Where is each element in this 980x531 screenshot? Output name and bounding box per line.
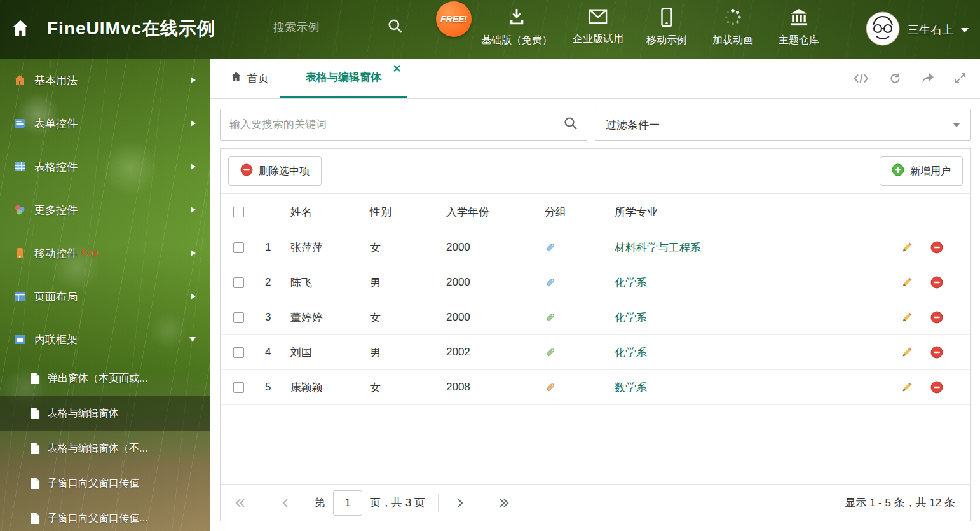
major-link[interactable]: 化学系 (615, 277, 647, 289)
search-icon[interactable] (564, 116, 578, 133)
user-menu[interactable]: 三生石上 (866, 11, 969, 48)
sidebar-item-mobile-controls[interactable]: 移动控件 Corp. (0, 231, 210, 275)
header-search-input[interactable] (273, 21, 362, 34)
file-icon (31, 478, 40, 490)
tab-home[interactable]: 首页 (219, 59, 280, 98)
tag-icon[interactable] (545, 242, 555, 253)
chevron-right-icon (191, 120, 196, 127)
refresh-icon[interactable] (889, 72, 901, 85)
share-icon[interactable] (922, 72, 934, 84)
major-link[interactable]: 化学系 (615, 347, 647, 359)
major-link[interactable]: 材料科学与工程系 (615, 242, 701, 254)
chevron-down-icon (189, 337, 196, 342)
row-checkbox[interactable] (233, 382, 244, 393)
last-page-icon[interactable] (498, 498, 510, 508)
select-all-checkbox[interactable] (233, 207, 244, 217)
search-icon[interactable] (388, 18, 403, 36)
mail-icon (589, 8, 608, 28)
page-prefix: 第 (315, 495, 325, 510)
edit-icon[interactable] (901, 242, 913, 254)
first-page-icon[interactable] (235, 498, 246, 508)
home-icon[interactable] (10, 19, 31, 39)
filter-dropdown[interactable]: 过滤条件一 (595, 109, 971, 141)
edit-icon[interactable] (901, 382, 913, 394)
nav-label: 移动示例 (646, 34, 687, 47)
column-header-group: 分组 (545, 205, 615, 219)
tag-icon[interactable] (545, 347, 555, 358)
sidebar-subitem-grid-edit-window[interactable]: 表格与编辑窗体 (0, 396, 210, 431)
table-row: 1 张萍萍 女 2000 材料科学与工程系 (221, 230, 970, 265)
delete-icon[interactable] (930, 311, 943, 324)
table-icon (14, 161, 25, 172)
tag-icon[interactable] (545, 312, 555, 323)
page-number-input[interactable] (333, 490, 362, 516)
source-code-icon[interactable] (854, 73, 869, 84)
nav-item-theme-store[interactable]: 主题仓库 (776, 8, 822, 47)
header-nav: 基础版（免费） 企业版试用 移动示例 加载动画 主题仓库 (481, 8, 822, 47)
nav-item-loading-animation[interactable]: 加载动画 (710, 8, 756, 47)
sidebar-item-form-controls[interactable]: 表单控件 (0, 102, 210, 145)
tag-icon[interactable] (545, 277, 555, 288)
plus-circle-icon (892, 163, 904, 179)
sidebar-subitem-grid-edit-window-2[interactable]: 表格与编辑窗体（不... (0, 431, 210, 466)
sidebar-item-label: 基本用法 (34, 73, 78, 88)
major-link[interactable]: 化学系 (615, 312, 647, 324)
nav-label: 加载动画 (712, 34, 753, 47)
file-icon (31, 443, 40, 455)
delete-selected-button[interactable]: 删除选中项 (228, 156, 322, 186)
sidebar-item-iframe[interactable]: 内联框架 (0, 318, 210, 361)
row-checkbox[interactable] (233, 242, 244, 253)
keyword-search-input[interactable] (229, 118, 564, 131)
sidebar-subitem-popup-window[interactable]: 弹出窗体（本页面或... (0, 361, 210, 396)
tab-grid-edit-window[interactable]: 表格与编辑窗体 (280, 59, 407, 98)
nav-item-mobile-demo[interactable]: 移动示例 (644, 8, 690, 47)
tab-label: 首页 (247, 71, 269, 86)
tag-icon[interactable] (545, 382, 555, 393)
row-checkbox[interactable] (233, 312, 244, 323)
delete-icon[interactable] (930, 276, 943, 289)
filter-dropdown-value: 过滤条件一 (606, 118, 660, 132)
delete-icon[interactable] (930, 381, 943, 394)
previous-page-icon[interactable] (282, 498, 289, 508)
sidebar-subitem-child-to-parent-2[interactable]: 子窗口向父窗口传值... (0, 501, 210, 531)
cell-name: 董婷婷 (290, 310, 370, 325)
header: FineUIMvc在线示例 FREE! 基础版（免费） 企业版试用 移动示例 加… (0, 0, 980, 59)
app-title: FineUIMvc在线示例 (47, 17, 215, 41)
chevron-right-icon (191, 163, 196, 170)
edit-icon[interactable] (901, 347, 913, 359)
tab-label: 表格与编辑窗体 (306, 70, 381, 85)
sidebar-item-table-controls[interactable]: 表格控件 (0, 145, 210, 188)
delete-icon[interactable] (930, 241, 943, 254)
expand-icon[interactable] (955, 72, 966, 84)
sidebar-subitem-child-to-parent[interactable]: 子窗口向父窗口传值 (0, 466, 210, 501)
home-icon (230, 71, 242, 85)
close-icon[interactable] (393, 65, 400, 72)
sidebar-item-more-controls[interactable]: 更多控件 (0, 188, 210, 231)
cell-gender: 男 (370, 275, 446, 290)
cell-year: 2000 (446, 311, 545, 324)
row-index: 3 (265, 311, 290, 324)
row-checkbox[interactable] (233, 277, 244, 288)
nav-item-basic-edition[interactable]: 基础版（免费） (481, 8, 552, 47)
cell-gender: 女 (370, 380, 446, 395)
header-search[interactable] (273, 18, 403, 36)
keyword-search[interactable] (220, 109, 587, 141)
sidebar-item-basic-usage[interactable]: 基本用法 (0, 59, 210, 102)
cell-name: 康颖颖 (290, 380, 370, 395)
record-summary: 显示 1 - 5 条，共 12 条 (845, 495, 955, 510)
cell-year: 2000 (446, 276, 545, 289)
edit-icon[interactable] (901, 277, 913, 289)
next-page-icon[interactable] (456, 498, 464, 508)
chevron-right-icon (191, 293, 196, 300)
edit-icon[interactable] (901, 312, 913, 324)
sidebar-item-page-layout[interactable]: 页面布局 (0, 275, 210, 318)
table-row: 4 刘国 男 2002 化学系 (221, 335, 970, 370)
row-checkbox[interactable] (233, 347, 244, 358)
row-index: 2 (265, 276, 290, 289)
major-link[interactable]: 数学系 (615, 382, 647, 394)
delete-icon[interactable] (930, 346, 943, 359)
filter-row: 过滤条件一 (220, 109, 971, 141)
nav-item-enterprise-trial[interactable]: 企业版试用 (573, 8, 623, 47)
sidebar-subitem-label: 弹出窗体（本页面或... (48, 372, 147, 385)
add-user-button[interactable]: 新增用户 (880, 156, 963, 186)
